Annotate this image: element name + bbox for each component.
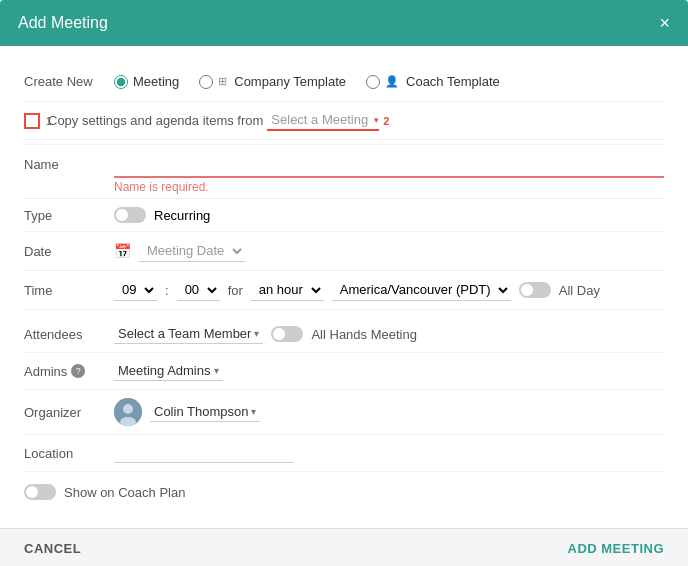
select-meeting-dropdown[interactable]: Select a Meeting (267, 110, 372, 129)
copy-settings-checkbox[interactable] (24, 113, 40, 129)
hour-select[interactable]: 09 (114, 279, 157, 301)
organizer-content: Colin Thompson ▾ (114, 398, 664, 426)
time-row: Time 09 : 00 for an hour America/Vancouv… (24, 271, 664, 310)
divider (24, 144, 664, 145)
radio-group: Meeting ⊞ Company Template 👤 Coach Templ… (114, 74, 500, 89)
radio-meeting[interactable]: Meeting (114, 74, 179, 89)
organizer-name: Colin Thompson (154, 404, 248, 419)
attendees-label: Attendees (24, 327, 114, 342)
time-label: Time (24, 283, 114, 298)
modal-footer: CANCEL ADD MEETING (0, 528, 688, 566)
admins-content: Meeting Admins ▾ (114, 361, 664, 381)
location-label: Location (24, 446, 114, 461)
date-select[interactable]: Meeting Date (139, 240, 245, 262)
radio-coach-label: Coach Template (406, 74, 500, 89)
radio-company-label: Company Template (234, 74, 346, 89)
type-row: Type Recurring (24, 199, 664, 232)
radio-meeting-label: Meeting (133, 74, 179, 89)
type-label: Type (24, 208, 114, 223)
modal-title: Add Meeting (18, 14, 108, 32)
attendees-select-label: Select a Team Member (118, 326, 251, 341)
company-icon: ⊞ (218, 75, 227, 88)
modal-body: Create New Meeting ⊞ Company Template 👤 … (0, 46, 688, 528)
all-hands-label: All Hands Meeting (311, 327, 417, 342)
radio-company-template[interactable]: ⊞ Company Template (199, 74, 346, 89)
name-required-msg: Name is required. (114, 180, 664, 194)
time-content: 09 : 00 for an hour America/Vancouver (P… (114, 279, 664, 301)
organizer-row: Organizer Colin Thompson ▾ (24, 390, 664, 435)
coach-plan-row: Show on Coach Plan (24, 472, 664, 512)
admins-label: Admins ? (24, 364, 114, 379)
duration-select[interactable]: an hour (251, 279, 324, 301)
copy-label: Copy settings and agenda items from (48, 113, 263, 128)
all-hands-toggle[interactable] (271, 326, 303, 342)
organizer-label: Organizer (24, 405, 114, 420)
attendees-dropdown[interactable]: Select a Team Member ▾ (114, 324, 263, 344)
cancel-button[interactable]: CANCEL (24, 541, 81, 556)
coach-plan-toggle[interactable] (24, 484, 56, 500)
attendees-arrow: ▾ (254, 328, 259, 339)
help-icon[interactable]: ? (71, 364, 85, 378)
modal-header: Add Meeting × (0, 0, 688, 46)
admins-dropdown[interactable]: Meeting Admins ▾ (114, 361, 223, 381)
admins-arrow: ▾ (214, 365, 219, 376)
avatar (114, 398, 142, 426)
close-button[interactable]: × (659, 14, 670, 32)
admins-row: Admins ? Meeting Admins ▾ (24, 353, 664, 390)
name-row: Name Name is required. (24, 149, 664, 199)
location-content (114, 443, 664, 463)
number-2: 2 (383, 115, 389, 127)
all-day-toggle[interactable] (519, 282, 551, 298)
add-meeting-button[interactable]: ADD MEETING (568, 541, 665, 556)
coach-plan-label: Show on Coach Plan (64, 485, 185, 500)
date-row: Date 📅 Meeting Date (24, 232, 664, 271)
add-meeting-modal: Add Meeting × Create New Meeting ⊞ Compa… (0, 0, 688, 566)
create-new-row: Create New Meeting ⊞ Company Template 👤 … (24, 62, 664, 102)
svg-point-1 (123, 404, 133, 414)
recurring-label: Recurring (154, 208, 210, 223)
all-day-label: All Day (559, 283, 600, 298)
for-label: for (228, 283, 243, 298)
type-content: Recurring (114, 207, 664, 223)
admins-value: Meeting Admins (118, 363, 211, 378)
calendar-icon: 📅 (114, 243, 131, 259)
checkbox-number: 1 (46, 116, 52, 127)
minute-select[interactable]: 00 (177, 279, 220, 301)
radio-coach-template[interactable]: 👤 Coach Template (366, 74, 500, 89)
copy-settings-row: 1 Copy settings and agenda items from Se… (24, 102, 664, 140)
date-label: Date (24, 244, 114, 259)
organizer-dropdown[interactable]: Colin Thompson ▾ (150, 402, 260, 422)
select-meeting-arrow: ▾ (374, 115, 379, 125)
organizer-arrow: ▾ (251, 406, 256, 417)
name-label: Name (24, 157, 114, 172)
attendees-content: Select a Team Member ▾ All Hands Meeting (114, 324, 664, 344)
select-meeting-wrapper[interactable]: Select a Meeting ▾ (267, 110, 379, 131)
name-input[interactable] (114, 157, 664, 178)
attendees-row: Attendees Select a Team Member ▾ All Han… (24, 316, 664, 353)
time-colon: : (165, 283, 169, 298)
location-row: Location (24, 435, 664, 472)
person-icon: 👤 (385, 75, 399, 88)
create-new-label: Create New (24, 74, 114, 89)
recurring-toggle[interactable] (114, 207, 146, 223)
timezone-select[interactable]: America/Vancouver (PDT) (332, 279, 511, 301)
location-input[interactable] (114, 443, 294, 463)
date-content: 📅 Meeting Date (114, 240, 664, 262)
